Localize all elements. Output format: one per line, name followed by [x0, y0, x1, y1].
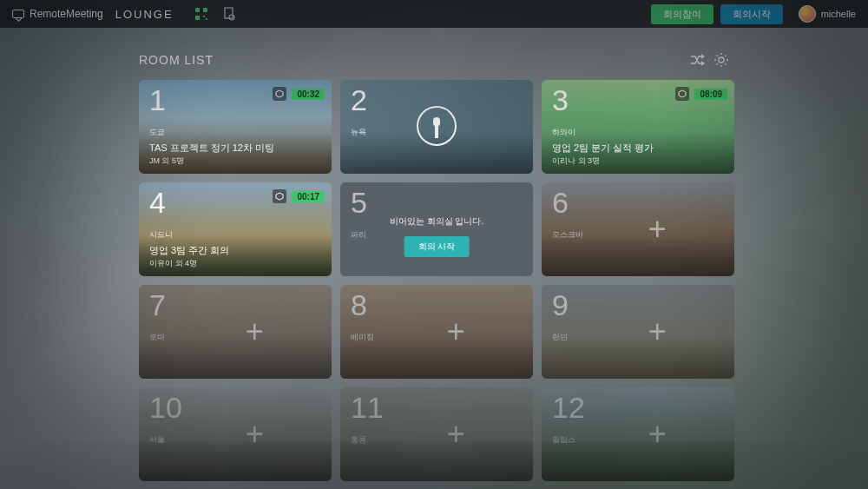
- user-menu[interactable]: michelle: [799, 5, 856, 23]
- room-number: 10: [149, 391, 182, 425]
- svg-rect-3: [203, 16, 205, 17]
- room-city: 하와이: [552, 127, 575, 138]
- header-row: ROOM LIST: [139, 52, 729, 68]
- room-number: 11: [351, 391, 384, 425]
- start-meeting-button[interactable]: 회의시작: [720, 4, 783, 24]
- room-card-7[interactable]: 7 로마 +: [139, 285, 332, 379]
- timer-badge: 00:32: [292, 89, 325, 100]
- plus-icon: +: [246, 416, 264, 453]
- join-meeting-button[interactable]: 회의참여: [651, 4, 713, 24]
- room-number: 12: [552, 391, 585, 425]
- content: ROOM LIST 1 00:32 도쿄 TAS 프로젝트 정기 12차 미팅 …: [0, 28, 868, 489]
- plus-icon: +: [246, 314, 264, 350]
- topbar-right: 회의참여 회의시작 michelle: [651, 4, 856, 24]
- room-card-2[interactable]: 2 뉴욕: [340, 80, 533, 174]
- room-card-11[interactable]: 11 홍콩 +: [340, 387, 533, 481]
- room-city: 뉴욕: [351, 127, 366, 138]
- empty-room-message: 비어있는 회의실 입니다.: [340, 215, 533, 228]
- avatar: [799, 5, 816, 23]
- room-title: 영업 2팀 분기 실적 평가: [552, 142, 654, 155]
- room-card-1[interactable]: 1 00:32 도쿄 TAS 프로젝트 정기 12차 미팅 JM 외 5명: [139, 80, 332, 174]
- svg-point-7: [719, 57, 724, 63]
- svg-rect-1: [203, 8, 207, 12]
- timer-badge: 00:17: [292, 191, 325, 202]
- room-city: 모스크바: [552, 229, 583, 241]
- timer-badge: 08:09: [694, 89, 727, 100]
- cube-icon: [675, 87, 689, 101]
- plus-icon: +: [648, 211, 667, 248]
- top-bar: RemoteMeeting LOUNGE 회의참여 회의시작 michelle: [0, 0, 868, 28]
- person-silhouette-icon: [417, 106, 457, 146]
- room-card-6[interactable]: 6 모스크바 +: [542, 182, 734, 276]
- room-number: 2: [351, 83, 367, 117]
- header-actions: [689, 52, 729, 68]
- room-card-3[interactable]: 3 08:09 하와이 영업 2팀 분기 실적 평가 이리나 외 3명: [542, 80, 734, 174]
- room-grid: 1 00:32 도쿄 TAS 프로젝트 정기 12차 미팅 JM 외 5명 2 …: [139, 80, 729, 481]
- brand-section: LOUNGE: [115, 8, 174, 21]
- room-city: 베이징: [351, 332, 374, 343]
- room-number: 9: [552, 288, 569, 322]
- cube-icon: [273, 189, 286, 203]
- svg-rect-0: [195, 8, 200, 12]
- qr-icon[interactable]: [194, 7, 208, 21]
- brand-icon: [12, 10, 24, 18]
- brand-name: RemoteMeeting: [30, 8, 103, 20]
- plus-icon: +: [447, 314, 465, 350]
- plus-icon: +: [648, 314, 667, 350]
- room-card-12[interactable]: 12 필립스 +: [542, 387, 734, 481]
- room-participants: 이유이 외 4명: [149, 258, 197, 269]
- svg-point-6: [229, 15, 234, 20]
- room-city: 필립스: [552, 434, 575, 446]
- plus-icon: +: [447, 416, 465, 453]
- room-card-8[interactable]: 8 베이징 +: [340, 285, 533, 379]
- room-city: 도쿄: [149, 127, 165, 138]
- room-participants: 이리나 외 3명: [552, 155, 600, 167]
- user-name: michelle: [821, 9, 856, 19]
- room-card-10[interactable]: 10 서울 +: [139, 387, 332, 481]
- room-title: 영업 3팀 주간 회의: [149, 244, 229, 257]
- page-title: ROOM LIST: [139, 53, 214, 67]
- room-city: 홍콩: [351, 434, 366, 446]
- shuffle-icon[interactable]: [689, 52, 705, 68]
- room-participants: JM 외 5명: [149, 155, 184, 167]
- settings-icon[interactable]: [713, 52, 729, 68]
- room-city: 런던: [552, 332, 568, 343]
- room-number: 4: [149, 186, 166, 220]
- room-city: 서울: [149, 434, 165, 446]
- room-number: 6: [552, 186, 569, 220]
- brand: RemoteMeeting LOUNGE: [12, 8, 174, 21]
- room-city: 로마: [149, 332, 165, 343]
- topbar-tools: [194, 7, 236, 21]
- svg-rect-4: [206, 18, 207, 20]
- room-number: 1: [149, 83, 166, 117]
- room-number: 8: [351, 288, 367, 322]
- room-number: 7: [149, 288, 166, 322]
- room-card-4[interactable]: 4 00:17 시드니 영업 3팀 주간 회의 이유이 외 4명: [139, 182, 332, 276]
- room-card-5[interactable]: 5 파리 비어있는 회의실 입니다. 회의 시작: [340, 182, 533, 276]
- room-city: 시드니: [149, 229, 173, 241]
- plus-icon: +: [648, 416, 667, 453]
- room-card-9[interactable]: 9 런던 +: [542, 285, 734, 379]
- room-city: 파리: [351, 229, 366, 241]
- room-number: 3: [552, 83, 569, 117]
- room-title: TAS 프로젝트 정기 12차 미팅: [149, 142, 274, 155]
- start-meeting-in-room-button[interactable]: 회의 시작: [404, 236, 470, 257]
- svg-rect-2: [195, 16, 200, 20]
- cube-icon: [273, 87, 286, 101]
- document-icon[interactable]: [222, 7, 236, 21]
